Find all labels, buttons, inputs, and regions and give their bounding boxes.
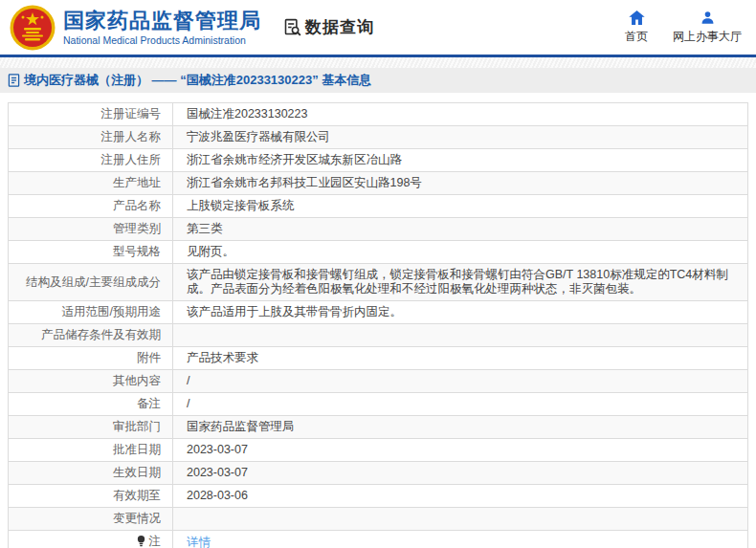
row-value: 该产品由锁定接骨板和接骨螺钉组成，锁定接骨板和接骨螺钉由符合GB/T 13810…: [173, 264, 748, 301]
national-emblem-icon: [10, 5, 56, 51]
row-value: 见附页。: [173, 241, 748, 264]
nmpa-logo: 国家药品监督管理局 National Medical Products Admi…: [10, 5, 261, 51]
header-nav: 首页 网上办事大厅: [625, 11, 742, 45]
table-row: 产品名称上肢锁定接骨板系统: [9, 195, 748, 218]
row-value: /: [173, 393, 748, 416]
row-value: 宁波兆盈医疗器械有限公司: [173, 126, 748, 149]
table-row: 注册人名称宁波兆盈医疗器械有限公司: [9, 126, 748, 149]
row-value: 产品技术要求: [173, 347, 748, 370]
table-row: 注册证编号国械注准20233130223: [9, 103, 748, 126]
row-label: 批准日期: [9, 439, 173, 462]
table-row: 备注/: [9, 393, 748, 416]
row-label: 产品储存条件及有效期: [9, 324, 173, 347]
table-row: 生效日期2023-03-07: [9, 462, 748, 485]
row-value: [173, 324, 748, 347]
row-value: 2023-03-07: [173, 439, 748, 462]
bulb-icon: [136, 535, 146, 548]
row-label: 管理类别: [9, 218, 173, 241]
data-query-title: 数据查询: [282, 16, 374, 38]
row-label: 其他内容: [9, 370, 173, 393]
detail-link[interactable]: 详情: [187, 536, 211, 548]
row-label: 变更情况: [9, 508, 173, 531]
nav-service-hall-label: 网上办事大厅: [673, 29, 742, 45]
logo-text: 国家药品监督管理局 National Medical Products Admi…: [63, 9, 261, 47]
table-row: 附件产品技术要求: [9, 347, 748, 370]
row-value: 国家药品监督管理局: [173, 416, 748, 439]
row-value: 2023-03-07: [173, 462, 748, 485]
row-value: [173, 508, 748, 531]
table-row: 管理类别第三类: [9, 218, 748, 241]
row-label: 生产地址: [9, 172, 173, 195]
row-value: 详情: [173, 531, 748, 548]
table-row: 注册人住所浙江省余姚市经济开发区城东新区冶山路: [9, 149, 748, 172]
row-value: 该产品适用于上肢及其带骨骨折内固定。: [173, 301, 748, 324]
table-row: 生产地址浙江省余姚市名邦科技工业园区安山路198号: [9, 172, 748, 195]
row-label: 产品名称: [9, 195, 173, 218]
table-row: 变更情况: [9, 508, 748, 531]
table-row: 结构及组成/主要组成成分该产品由锁定接骨板和接骨螺钉组成，锁定接骨板和接骨螺钉由…: [9, 264, 748, 301]
data-query-label: 数据查询: [305, 16, 374, 38]
row-value: 国械注准20233130223: [173, 103, 748, 126]
stripe-band: [0, 57, 756, 68]
org-name-cn: 国家药品监督管理局: [63, 9, 261, 33]
row-label: 注册人名称: [9, 126, 173, 149]
org-name-en: National Medical Products Administration: [63, 33, 261, 47]
row-label: 附件: [9, 347, 173, 370]
user-icon: [700, 11, 715, 25]
table-row: 适用范围/预期用途该产品适用于上肢及其带骨骨折内固定。: [9, 301, 748, 324]
table-row: 注详情: [9, 531, 748, 548]
table-row: 其他内容/: [9, 370, 748, 393]
breadcrumb-text: 境内医疗器械（注册） —— “国械注准20233130223” 基本信息: [24, 72, 371, 89]
table-row: 型号规格见附页。: [9, 241, 748, 264]
document-search-icon: [282, 17, 302, 37]
row-label: 结构及组成/主要组成成分: [9, 264, 173, 301]
row-value: 浙江省余姚市经济开发区城东新区冶山路: [173, 149, 748, 172]
site-header: 国家药品监督管理局 National Medical Products Admi…: [0, 0, 756, 57]
row-value: /: [173, 370, 748, 393]
row-label: 生效日期: [9, 462, 173, 485]
row-label: 有效期至: [9, 485, 173, 508]
row-label: 注册人住所: [9, 149, 173, 172]
row-label: 备注: [9, 393, 173, 416]
row-label: 适用范围/预期用途: [9, 301, 173, 324]
row-label: 注: [9, 531, 173, 548]
row-label: 型号规格: [9, 241, 173, 264]
row-value: 上肢锁定接骨板系统: [173, 195, 748, 218]
table-row: 审批部门国家药品监督管理局: [9, 416, 748, 439]
row-label: 注册证编号: [9, 103, 173, 126]
nav-home-label: 首页: [625, 29, 648, 45]
nav-home[interactable]: 首页: [625, 11, 648, 45]
registration-info-table: 注册证编号国械注准20233130223注册人名称宁波兆盈医疗器械有限公司注册人…: [8, 102, 748, 548]
home-icon: [629, 11, 645, 25]
breadcrumb: 境内医疗器械（注册） —— “国械注准20233130223” 基本信息: [0, 68, 756, 93]
row-label: 审批部门: [9, 416, 173, 439]
document-icon: [8, 74, 20, 87]
row-value: 第三类: [173, 218, 748, 241]
table-row: 有效期至2028-03-06: [9, 485, 748, 508]
table-row: 产品储存条件及有效期: [9, 324, 748, 347]
nav-service-hall[interactable]: 网上办事大厅: [673, 11, 742, 45]
row-value: 浙江省余姚市名邦科技工业园区安山路198号: [173, 172, 748, 195]
table-row: 批准日期2023-03-07: [9, 439, 748, 462]
row-value: 2028-03-06: [173, 485, 748, 508]
